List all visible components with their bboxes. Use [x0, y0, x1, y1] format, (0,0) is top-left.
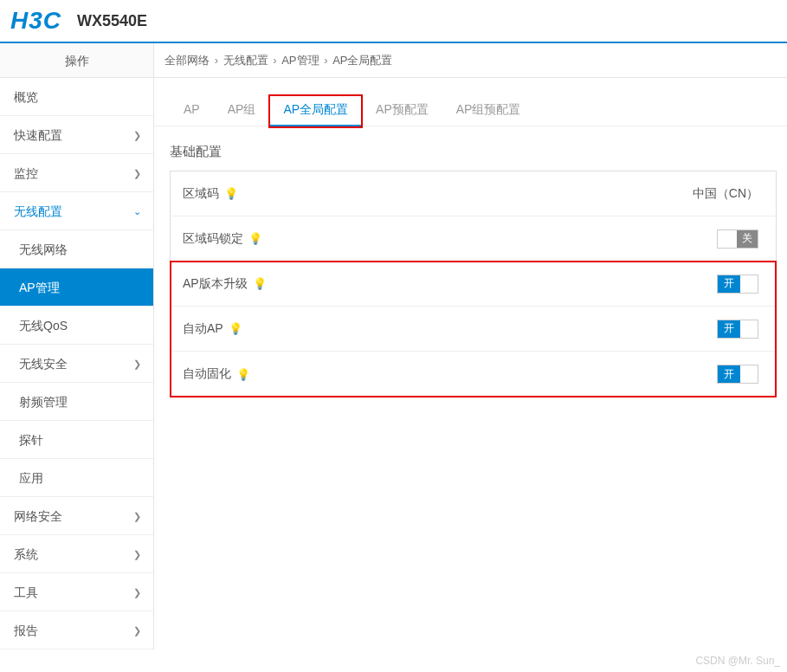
- nav-label: 无线网络: [19, 230, 68, 268]
- nav-label: 无线配置: [14, 192, 62, 230]
- tab-ap-global-config[interactable]: AP全局配置: [269, 95, 362, 127]
- breadcrumb: 全部网络 › 无线配置 › AP管理 › AP全局配置: [154, 43, 787, 78]
- breadcrumb-sep-icon: ›: [324, 54, 327, 67]
- chevron-right-icon: ❯: [133, 573, 141, 611]
- nav-tools[interactable]: 工具 ❯: [0, 573, 153, 611]
- chevron-down-icon: ⌄: [133, 192, 141, 230]
- toggle-auto-ap[interactable]: 开: [717, 320, 758, 339]
- toggle-auto-solidify[interactable]: 开: [717, 365, 758, 384]
- brand-logo: H3C: [10, 7, 61, 35]
- breadcrumb-part: AP全局配置: [332, 54, 392, 67]
- model-name: WX5540E: [77, 12, 147, 30]
- sidebar-title: 操作: [0, 43, 153, 78]
- breadcrumb-part[interactable]: AP管理: [281, 54, 319, 67]
- nav-wireless-security[interactable]: 无线安全 ❯: [0, 345, 153, 383]
- label-text: 区域码锁定: [183, 231, 243, 247]
- tab-ap-group[interactable]: AP组: [214, 95, 270, 125]
- toggle-handle: [740, 365, 758, 383]
- tab-ap-preconfig[interactable]: AP预配置: [362, 95, 442, 125]
- chevron-right-icon: ❯: [133, 535, 141, 573]
- toggle-handle: [740, 320, 758, 338]
- breadcrumb-sep-icon: ›: [273, 54, 276, 67]
- nav-monitor[interactable]: 监控 ❯: [0, 154, 153, 192]
- nav-label: 应用: [19, 459, 43, 497]
- tab-ap[interactable]: AP: [170, 95, 214, 123]
- sidebar: 操作 概览 快速配置 ❯ 监控 ❯ 无线配置 ⌄ 无线网络 AP管理 无线QoS…: [0, 43, 153, 649]
- toggle-text: 开: [718, 276, 734, 291]
- chevron-right-icon: ❯: [133, 154, 141, 192]
- toggle-handle: [718, 230, 737, 248]
- toggle-ap-version-upgrade[interactable]: 开: [717, 275, 758, 294]
- nav-label: 网络安全: [14, 497, 62, 535]
- nav-wireless-config[interactable]: 无线配置 ⌄: [0, 192, 153, 230]
- nav-probe[interactable]: 探针: [0, 421, 153, 459]
- nav-report[interactable]: 报告 ❯: [0, 611, 153, 649]
- region-code-value: 中国（CN）: [693, 186, 758, 202]
- toggle-text: 关: [737, 231, 758, 246]
- chevron-right-icon: ❯: [133, 116, 141, 154]
- help-bulb-icon[interactable]: 💡: [248, 232, 262, 245]
- config-panel: 区域码 💡 中国（CN） 区域码锁定 💡 关 AP版本升级: [170, 171, 777, 397]
- nav-label: 射频管理: [19, 383, 68, 421]
- tab-ap-group-preconfig[interactable]: AP组预配置: [442, 95, 535, 125]
- nav-overview[interactable]: 概览: [0, 78, 153, 116]
- chevron-right-icon: ❯: [133, 497, 141, 535]
- breadcrumb-part[interactable]: 无线配置: [223, 54, 268, 67]
- config-label: AP版本升级 💡: [183, 276, 267, 292]
- nav-wireless-qos[interactable]: 无线QoS: [0, 307, 153, 345]
- help-bulb-icon[interactable]: 💡: [229, 322, 242, 335]
- nav-label: AP管理: [19, 268, 60, 307]
- tabs: AP AP组 AP全局配置 AP预配置 AP组预配置: [154, 78, 787, 126]
- nav-ap-management[interactable]: AP管理: [0, 268, 153, 307]
- section-title: 基础配置: [154, 126, 787, 171]
- config-label: 自动AP 💡: [183, 321, 242, 337]
- label-text: 自动固化: [183, 366, 231, 382]
- config-label: 区域码锁定 💡: [183, 231, 262, 247]
- nav-system[interactable]: 系统 ❯: [0, 535, 153, 573]
- toggle-handle: [740, 275, 758, 293]
- nav-label: 工具: [14, 573, 38, 611]
- nav-label: 快速配置: [14, 116, 62, 154]
- nav-label: 监控: [14, 154, 38, 192]
- nav-application[interactable]: 应用: [0, 459, 153, 497]
- label-text: AP版本升级: [183, 276, 248, 292]
- nav-wireless-network[interactable]: 无线网络: [0, 230, 153, 268]
- help-bulb-icon[interactable]: 💡: [224, 187, 238, 200]
- nav-label: 报告: [14, 611, 38, 649]
- nav-quick-config[interactable]: 快速配置 ❯: [0, 116, 153, 154]
- toggle-text: 开: [718, 367, 734, 382]
- nav-label: 概览: [14, 78, 38, 116]
- brand-text: H3C: [10, 7, 61, 35]
- config-label: 区域码 💡: [183, 186, 238, 202]
- breadcrumb-sep-icon: ›: [215, 54, 218, 67]
- row-auto-solidify: 自动固化 💡 开: [171, 352, 776, 397]
- toggle-region-lock[interactable]: 关: [717, 229, 758, 249]
- row-region-code: 区域码 💡 中国（CN）: [171, 171, 776, 216]
- chevron-right-icon: ❯: [133, 611, 141, 649]
- row-auto-ap: 自动AP 💡 开: [171, 307, 776, 352]
- chevron-right-icon: ❯: [133, 345, 141, 383]
- row-ap-version-upgrade: AP版本升级 💡 开: [171, 262, 776, 307]
- highlight-box: AP版本升级 💡 开 自动AP 💡 开: [171, 262, 776, 397]
- label-text: 区域码: [183, 186, 219, 202]
- main-content: 全部网络 › 无线配置 › AP管理 › AP全局配置 AP AP组 AP全局配…: [153, 43, 787, 649]
- nav-label: 无线安全: [19, 345, 68, 383]
- breadcrumb-part[interactable]: 全部网络: [164, 54, 210, 67]
- toggle-text: 开: [718, 321, 734, 336]
- config-label: 自动固化 💡: [183, 366, 250, 382]
- nav-network-security[interactable]: 网络安全 ❯: [0, 497, 153, 535]
- nav-label: 系统: [14, 535, 38, 573]
- row-region-lock: 区域码锁定 💡 关: [171, 216, 776, 262]
- help-bulb-icon[interactable]: 💡: [253, 277, 267, 290]
- label-text: 自动AP: [183, 321, 223, 337]
- app-header: H3C WX5540E: [0, 0, 787, 42]
- help-bulb-icon[interactable]: 💡: [236, 368, 250, 381]
- nav-rf-management[interactable]: 射频管理: [0, 383, 153, 421]
- nav-label: 无线QoS: [19, 307, 68, 345]
- nav-label: 探针: [19, 421, 43, 459]
